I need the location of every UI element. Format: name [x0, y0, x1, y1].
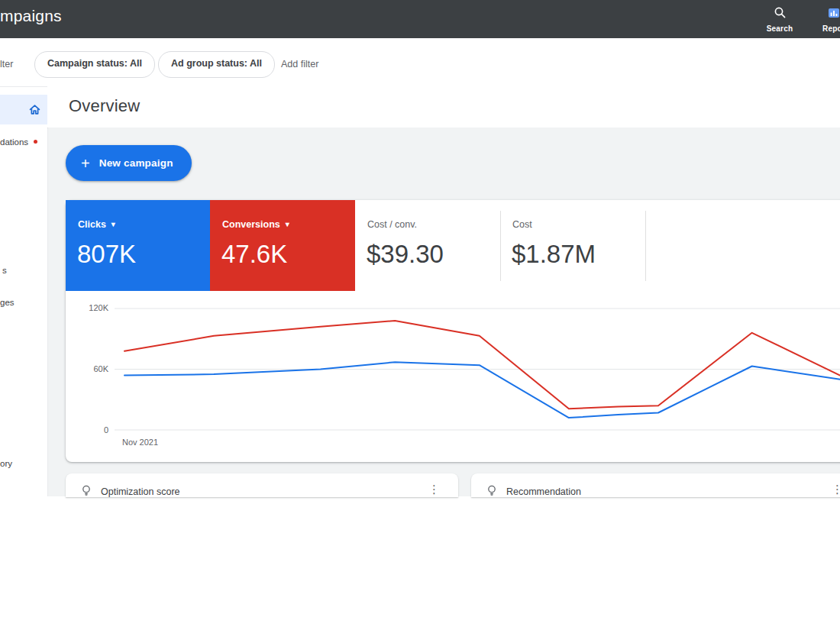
notification-dot: [34, 140, 37, 144]
recommendation-title: Recommendation: [506, 486, 581, 497]
search-icon: [774, 6, 787, 22]
chevron-down-icon[interactable]: ▾: [286, 220, 289, 228]
kebab-menu-icon[interactable]: ⋮: [428, 483, 440, 495]
reports-button[interactable]: Repor: [817, 3, 840, 36]
scorecard-cost[interactable]: Cost $1.87M: [500, 200, 645, 291]
google-ads-overview-screen: mpaigns Search Repor lte: [0, 0, 840, 630]
y-axis-tick-120k: 120K: [81, 303, 108, 312]
scorecard-clicks[interactable]: Clicks▾ 807K: [66, 200, 210, 291]
scorecard-clicks-label: Clicks: [78, 219, 106, 230]
ad-group-status-filter-pill[interactable]: Ad group status: All: [158, 51, 275, 78]
scorecard-conversions[interactable]: Conversions▾ 47.6K: [210, 200, 355, 291]
sidebar-item-clipped-2[interactable]: ges: [0, 298, 15, 307]
campaign-status-filter-pill[interactable]: Campaign status: All: [34, 51, 155, 78]
scorecard-clicks-value: 807K: [77, 240, 136, 269]
search-label: Search: [767, 24, 793, 33]
scorecard-cost-label: Cost: [512, 219, 532, 230]
y-axis-tick-60k: 60K: [81, 364, 108, 373]
new-campaign-label: New campaign: [99, 157, 173, 169]
chevron-down-icon[interactable]: ▾: [111, 220, 115, 228]
sidebar-item-clipped-3[interactable]: ory: [0, 459, 12, 468]
scorecard-cost-per-conv[interactable]: Cost / conv. $39.30: [355, 200, 500, 291]
scorecard-conversions-value: 47.6K: [221, 240, 287, 269]
campaigns-title-clipped: mpaigns: [0, 7, 62, 25]
scorecard-cost-per-conv-value: $39.30: [367, 240, 444, 269]
optimization-score-title: Optimization score: [101, 486, 180, 497]
scorecard-divider: [500, 211, 501, 281]
clipped-filter-text: lter: [0, 59, 13, 69]
overview-chart-svg: [115, 299, 840, 441]
scorecard-cost-per-conv-label: Cost / conv.: [367, 219, 417, 230]
overview-summary-card: Clicks▾ 807K Conversions▾ 47.6K Cost / c…: [66, 200, 840, 462]
page-header: Overview: [47, 86, 840, 128]
scorecard-cost-value: $1.87M: [512, 240, 596, 269]
y-axis-tick-0: 0: [81, 425, 108, 435]
reports-icon: [828, 7, 840, 22]
plus-icon: +: [81, 156, 90, 171]
sidebar-item-overview-home[interactable]: [0, 95, 47, 124]
optimization-score-card[interactable]: Optimization score ⋮: [66, 473, 458, 497]
sidebar-item-clipped-1[interactable]: s: [2, 266, 7, 275]
sidebar-item-recommendations-clipped[interactable]: dations: [0, 137, 28, 147]
recommendation-card[interactable]: Recommendation ⋮: [471, 473, 840, 497]
kebab-menu-icon[interactable]: ⋮: [832, 483, 840, 495]
filter-bar: lter Campaign status: All Ad group statu…: [0, 38, 840, 87]
page-title: Overview: [69, 96, 140, 116]
reports-label-clipped: Repor: [822, 24, 840, 33]
new-campaign-button[interactable]: + New campaign: [66, 145, 192, 181]
scorecard-conversions-label: Conversions: [222, 219, 280, 230]
search-button[interactable]: Search: [763, 3, 796, 36]
top-app-bar: mpaigns Search Repor: [0, 0, 840, 38]
scorecard-divider: [645, 211, 646, 281]
add-filter-button[interactable]: Add filter: [281, 59, 318, 69]
